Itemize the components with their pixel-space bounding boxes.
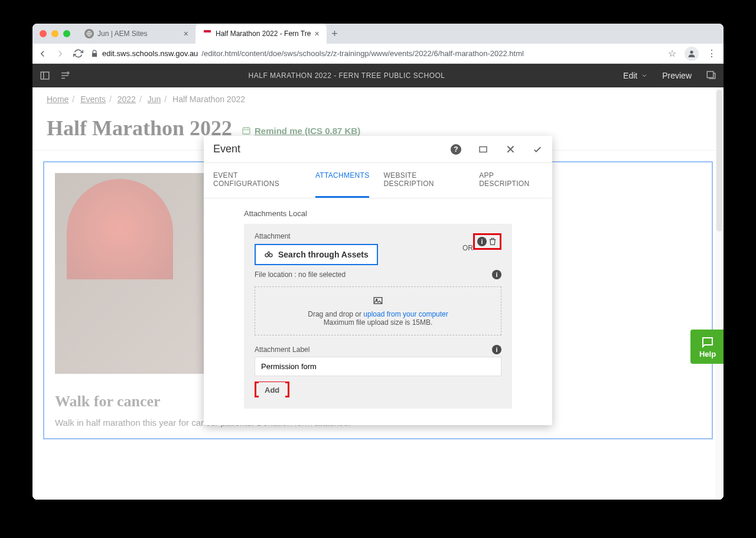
- browser-tab-active[interactable]: Half Marathon 2022 - Fern Tre ×: [195, 24, 327, 44]
- url-domain: edit.sws.schools.nsw.gov.au: [102, 49, 198, 58]
- browser-right-icons: ☆ ⋮: [668, 47, 716, 61]
- search-assets-button[interactable]: Search through Assets: [255, 244, 378, 265]
- preview-button[interactable]: Preview: [662, 71, 692, 80]
- address-bar: edit.sws.schools.nsw.gov.au/editor.html/…: [32, 44, 724, 64]
- chat-icon: [700, 335, 715, 350]
- help-label: Help: [699, 350, 716, 358]
- svg-point-3: [690, 50, 693, 53]
- help-icon[interactable]: ?: [451, 144, 461, 155]
- lock-icon: [90, 50, 99, 58]
- chevron-down-icon: [641, 72, 648, 79]
- tab-app-description[interactable]: APP DESCRIPTION: [479, 163, 543, 198]
- svg-rect-15: [480, 146, 487, 152]
- svg-rect-2: [204, 32, 211, 37]
- content-area: Home/ Events/ 2022/ Jun/ Half Marathon 2…: [32, 87, 724, 500]
- bookmark-icon[interactable]: ☆: [668, 48, 676, 59]
- event-dialog: Event ? ✕ EVENT CONFIGURATIONS ATTACHMEN…: [204, 136, 552, 425]
- url-input[interactable]: edit.sws.schools.nsw.gov.au/editor.html/…: [90, 49, 661, 58]
- aem-favicon-icon: [203, 29, 212, 38]
- close-tab-icon[interactable]: ×: [314, 29, 319, 38]
- dropzone-prefix: Drag and drop or: [308, 310, 363, 318]
- svg-point-16: [265, 254, 268, 257]
- help-widget[interactable]: Help: [690, 330, 724, 364]
- maximize-window-button[interactable]: [63, 30, 70, 37]
- url-path: /editor.html/content/doe/sws/schools/z/z…: [201, 49, 524, 58]
- file-dropzone[interactable]: Drag and drop or upload from your comput…: [255, 286, 501, 335]
- dropzone-max: Maximum file upload size is 15MB.: [263, 318, 493, 327]
- or-text: OR: [462, 244, 473, 252]
- close-icon[interactable]: ✕: [505, 144, 516, 155]
- info-icon[interactable]: i: [477, 237, 487, 246]
- add-button[interactable]: Add: [259, 382, 285, 398]
- trash-icon[interactable]: [488, 236, 497, 247]
- binoculars-icon: [264, 250, 273, 259]
- new-tab-button[interactable]: +: [327, 28, 343, 40]
- tab-title: Jun | AEM Sites: [97, 30, 148, 38]
- browser-tab-inactive[interactable]: Jun | AEM Sites ×: [77, 24, 195, 44]
- file-location-text: File location : no file selected: [255, 270, 346, 279]
- svg-point-17: [269, 254, 272, 257]
- edit-label: Edit: [623, 71, 637, 80]
- svg-point-9: [67, 72, 69, 74]
- svg-rect-4: [41, 72, 49, 79]
- tab-bar: Jun | AEM Sites × Half Marathon 2022 - F…: [32, 24, 724, 44]
- search-assets-label: Search through Assets: [278, 250, 369, 259]
- close-window-button[interactable]: [40, 30, 47, 37]
- upload-link[interactable]: upload from your computer: [363, 310, 448, 318]
- attachment-label-field-label: Attachment Label: [255, 345, 309, 354]
- info-icon[interactable]: i: [492, 270, 501, 279]
- attachment-field-label: Attachment: [255, 232, 462, 240]
- back-button[interactable]: [37, 48, 48, 59]
- svg-rect-1: [204, 30, 211, 32]
- window-controls: [40, 30, 70, 37]
- close-tab-icon[interactable]: ×: [184, 29, 188, 38]
- svg-rect-10: [707, 71, 713, 78]
- attachment-box: Attachment Search through Assets OR: [244, 224, 512, 409]
- kebab-menu-icon[interactable]: ⋮: [707, 48, 716, 59]
- aem-editor-header: HALF MARATHON 2022 - FERN TREE PUBLIC SC…: [32, 64, 724, 87]
- dialog-header: Event ? ✕: [204, 136, 552, 163]
- account-icon[interactable]: [685, 47, 699, 61]
- tab-title: Half Marathon 2022 - Fern Tre: [216, 30, 311, 38]
- globe-icon: [84, 29, 94, 38]
- info-icon[interactable]: i: [492, 345, 501, 354]
- minimize-window-button[interactable]: [51, 30, 58, 37]
- dialog-tabs: EVENT CONFIGURATIONS ATTACHMENTS WEBSITE…: [204, 163, 552, 198]
- check-icon[interactable]: [532, 144, 543, 155]
- forward-button[interactable]: [55, 48, 66, 59]
- aem-page-title: HALF MARATHON 2022 - FERN TREE PUBLIC SC…: [70, 71, 623, 80]
- side-panel-icon[interactable]: [40, 70, 50, 81]
- delete-highlight: i: [473, 233, 501, 250]
- add-highlight: Add: [255, 382, 289, 397]
- fullscreen-icon[interactable]: [478, 144, 488, 155]
- tab-event-configurations[interactable]: EVENT CONFIGURATIONS: [213, 163, 301, 198]
- image-icon: [263, 295, 493, 308]
- page-info-icon[interactable]: [60, 70, 70, 81]
- attachment-label-input[interactable]: [255, 357, 501, 376]
- edit-mode-dropdown[interactable]: Edit: [623, 71, 648, 80]
- annotate-icon[interactable]: [706, 70, 716, 82]
- dialog-title: Event: [213, 143, 451, 155]
- section-label: Attachments Local: [244, 209, 512, 218]
- tab-website-description[interactable]: WEBSITE DESCRIPTION: [383, 163, 465, 198]
- tab-attachments[interactable]: ATTACHMENTS: [315, 163, 370, 198]
- browser-window: Jun | AEM Sites × Half Marathon 2022 - F…: [32, 24, 724, 500]
- reload-button[interactable]: [73, 48, 83, 59]
- dialog-body: Attachments Local Attachment Search thro…: [204, 198, 552, 425]
